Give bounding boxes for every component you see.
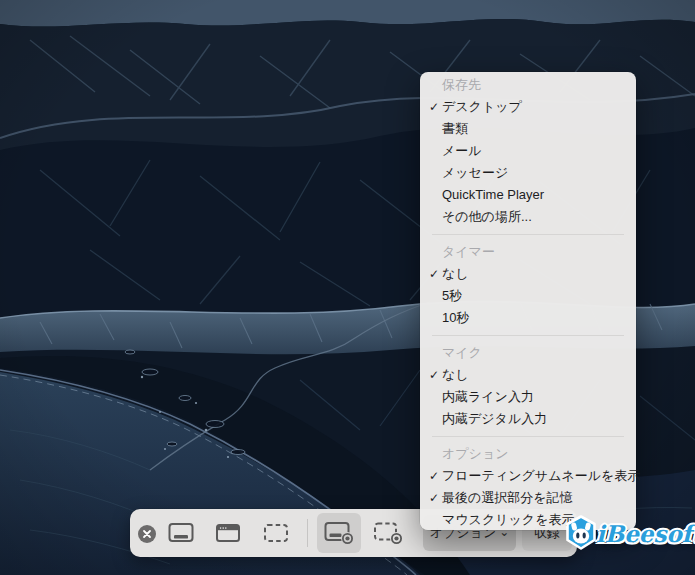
menu-item-label: 内蔵デジタル入力 [442, 411, 547, 426]
menu-item[interactable]: ✓デスクトップ [420, 96, 636, 118]
menu-item[interactable]: ✓フローティングサムネールを表示 [420, 465, 636, 487]
ibeesoft-logo-icon [562, 514, 600, 552]
checkmark-icon: ✓ [427, 364, 441, 386]
capture-selected-portion-icon [263, 522, 289, 544]
menu-item-label: 内蔵ライン入力 [442, 389, 534, 404]
menu-item-label: 書類 [442, 121, 468, 136]
menu-item[interactable]: メッセージ [420, 162, 636, 184]
menu-item-label: なし [442, 266, 469, 281]
checkmark-icon: ✓ [427, 487, 441, 509]
menu-section-header: オプション [420, 443, 636, 465]
menu-item[interactable]: ✓なし [420, 364, 636, 386]
checkmark-icon: ✓ [427, 465, 441, 487]
menu-separator [432, 436, 624, 437]
menu-section-header: タイマー [420, 241, 636, 263]
toolbar-separator [307, 519, 308, 547]
menu-item[interactable]: QuickTime Player [420, 184, 636, 206]
menu-item[interactable]: メール [420, 140, 636, 162]
menu-item-label: メッセージ [442, 165, 508, 180]
menu-item-label: なし [442, 367, 469, 382]
menu-item[interactable]: 5秒 [420, 285, 636, 307]
menu-separator [432, 234, 624, 235]
menu-item[interactable]: ✓なし [420, 263, 636, 285]
screenshot-app-screen: オプション ⌄ 収録 保存先✓デスクトップ書類メールメッセージQuickTime… [0, 0, 695, 575]
capture-entire-screen-icon [168, 522, 194, 544]
checkmark-icon: ✓ [427, 263, 441, 285]
menu-item[interactable]: 内蔵デジタル入力 [420, 408, 636, 430]
capture-selected-portion-button[interactable] [254, 513, 298, 553]
ibeesoft-watermark: iBeesoft [562, 514, 695, 552]
record-selected-portion-button[interactable] [366, 513, 410, 553]
menu-item-label: 最後の選択部分を記憶 [442, 490, 573, 505]
menu-item-label: フローティングサムネールを表示 [442, 468, 640, 483]
options-menu: 保存先✓デスクトップ書類メールメッセージQuickTime Playerその他の… [420, 72, 636, 530]
close-icon [142, 529, 152, 539]
menu-item-label: その他の場所... [442, 209, 532, 224]
menu-section-header: マイク [420, 342, 636, 364]
record-selected-portion-icon [373, 521, 403, 545]
checkmark-icon: ✓ [427, 96, 441, 118]
menu-item-label: 10秒 [442, 310, 469, 325]
capture-selected-window-button[interactable] [206, 513, 250, 553]
menu-item-label: デスクトップ [442, 99, 522, 114]
close-button[interactable] [138, 525, 156, 543]
capture-entire-screen-button[interactable] [159, 513, 203, 553]
menu-item[interactable]: 書類 [420, 118, 636, 140]
menu-item[interactable]: その他の場所... [420, 206, 636, 228]
record-entire-screen-button[interactable] [317, 513, 361, 553]
menu-item-label: メール [442, 143, 482, 158]
menu-separator [432, 335, 624, 336]
ibeesoft-watermark-text: iBeesoft [596, 520, 695, 547]
menu-item[interactable]: 内蔵ライン入力 [420, 386, 636, 408]
menu-item-label: マウスクリックを表示 [442, 512, 574, 527]
menu-section-header: 保存先 [420, 74, 636, 96]
record-entire-screen-icon [324, 521, 354, 545]
menu-item[interactable]: ✓最後の選択部分を記憶 [420, 487, 636, 509]
menu-item-label: QuickTime Player [442, 187, 544, 202]
capture-selected-window-icon [215, 522, 241, 544]
menu-item-label: 5秒 [442, 288, 462, 303]
menu-item[interactable]: 10秒 [420, 307, 636, 329]
